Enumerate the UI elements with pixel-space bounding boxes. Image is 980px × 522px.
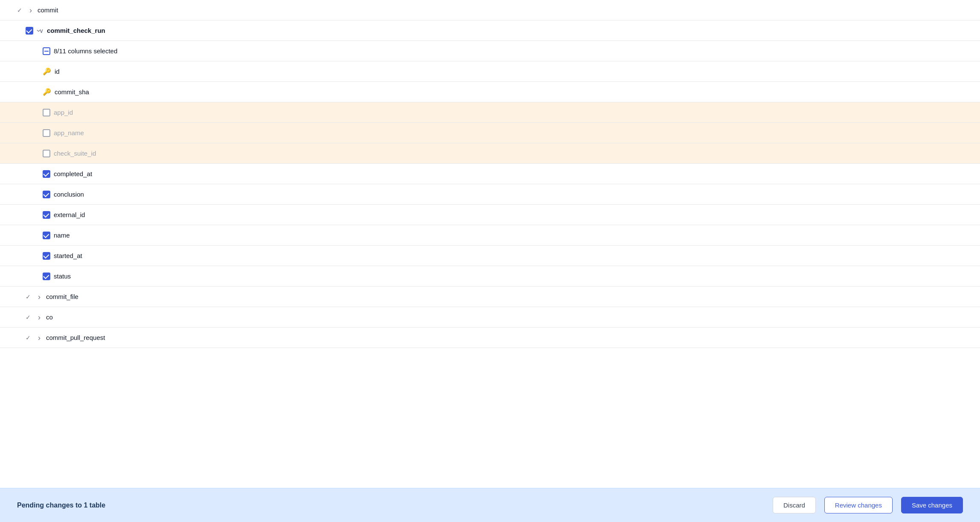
row-label-name-row: name [54,232,70,239]
checkbox-external-id-row[interactable] [43,211,50,219]
row-label-started-at-row: started_at [54,252,82,259]
expand-icon-commit-pull-request-row[interactable] [36,334,43,341]
name-row[interactable]: name [0,225,980,246]
review-changes-button[interactable]: Review changes [824,497,893,513]
notification-text: Pending changes to 1 table [17,502,764,509]
row-label-app-id-row: app_id [54,109,73,116]
checkmark-icon: ✓ [26,293,32,300]
checkmark-icon: ✓ [17,7,24,14]
columns-selected-row[interactable]: 8/11 columns selected [0,41,980,61]
row-label-commit-sha-row: commit_sha [55,88,89,96]
expand-icon-commit-row[interactable] [27,7,34,14]
conclusion-row[interactable]: conclusion [0,184,980,205]
checkmark-icon: ✓ [26,314,32,321]
external-id-row[interactable]: external_id [0,205,980,225]
row-label-external-id-row: external_id [54,211,85,218]
commit-pull-request-row[interactable]: ✓commit_pull_request [0,328,980,348]
app-id-row[interactable]: app_id [0,102,980,123]
commit-row[interactable]: ✓commit [0,0,980,20]
row-label-app-name-row: app_name [54,129,84,136]
row-label-completed-at-row: completed_at [54,170,92,177]
check-suite-id-row[interactable]: check_suite_id [0,143,980,164]
expand-icon-commit-file-row[interactable] [36,293,43,300]
row-label-check-suite-id-row: check_suite_id [54,150,96,157]
notification-bar: Pending changes to 1 table Discard Revie… [0,488,980,522]
row-label-co-row: co [46,313,53,321]
commit-file-row[interactable]: ✓commit_file [0,287,980,307]
checkmark-icon: ✓ [26,334,32,341]
checkbox-app-id-row[interactable] [43,109,50,116]
checkbox-started-at-row[interactable] [43,252,50,260]
row-label-status-row: status [54,273,71,280]
commit-check-run-row[interactable]: ∨commit_check_run [0,20,980,41]
row-label-commit-pull-request-row: commit_pull_request [46,334,105,341]
row-label-columns-selected-row: 8/11 columns selected [54,47,117,55]
checkbox-commit-check-run-row[interactable] [26,27,33,35]
row-label-commit-check-run-row: commit_check_run [47,27,105,34]
id-row[interactable]: 🔑id [0,61,980,82]
collapse-icon-commit-check-run-row[interactable]: ∨ [37,27,43,34]
completed-at-row[interactable]: completed_at [0,164,980,184]
co-row[interactable]: ✓co [0,307,980,328]
checkbox-status-row[interactable] [43,273,50,280]
row-label-commit-row: commit [38,6,58,14]
key-icon-id-row: 🔑 [43,67,51,75]
checkbox-app-name-row[interactable] [43,129,50,137]
row-label-conclusion-row: conclusion [54,191,84,198]
row-label-id-row: id [55,68,60,75]
discard-button[interactable]: Discard [773,497,816,513]
checkbox-columns-selected-row[interactable] [43,47,50,55]
checkbox-conclusion-row[interactable] [43,191,50,198]
save-changes-button[interactable]: Save changes [901,497,963,513]
row-label-commit-file-row: commit_file [46,293,78,300]
status-row[interactable]: status [0,266,980,287]
checkbox-name-row[interactable] [43,232,50,239]
tree-container: ✓commit∨commit_check_run8/11 columns sel… [0,0,980,399]
commit-sha-row[interactable]: 🔑commit_sha [0,82,980,102]
key-icon-commit-sha-row: 🔑 [43,88,51,96]
started-at-row[interactable]: started_at [0,246,980,266]
checkbox-check-suite-id-row[interactable] [43,150,50,157]
checkbox-completed-at-row[interactable] [43,170,50,178]
expand-icon-co-row[interactable] [36,314,43,321]
app-name-row[interactable]: app_name [0,123,980,143]
